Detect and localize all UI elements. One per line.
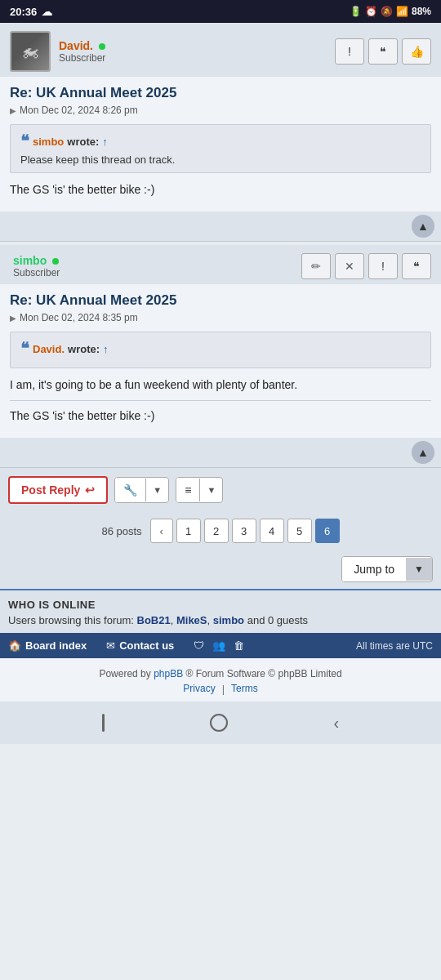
utc-label: All times are UTC [356,640,433,652]
quote-block-david: ❝ simbo wrote: ↑ Please keep this thread… [10,124,431,173]
terms-link[interactable]: Terms [231,683,258,695]
trash-nav[interactable]: 🗑 [234,639,244,652]
cloud-icon: ☁ [42,6,52,18]
shield-nav[interactable]: 🛡 [194,639,204,652]
shield-icon: 🛡 [194,639,204,652]
simbo-bottom: The GS 'is' the better bike :-) [10,408,431,425]
posts-count: 86 posts [101,525,141,537]
post-simbo: simbo Subscriber ✏ ✕ ! ❝ Re: UK Annual M… [0,245,441,468]
post-title-david: Re: UK Annual Meet 2025 [10,85,431,101]
online-indicator-david [99,43,105,50]
android-nav-bar: ‹ [0,702,441,744]
footer-bottom: Powered by phpBB ® Forum Software © phpB… [0,658,441,702]
user-info-david: David. Subscriber [59,39,327,64]
avatar-david: 🏍 [10,31,51,72]
david-body: The GS 'is' the better bike :-) [10,181,431,198]
phpbb-link[interactable]: phpBB [154,668,183,679]
user-info-simbo: simbo Subscriber [10,254,293,278]
page-2-button[interactable]: 2 [204,519,229,543]
post-actions-david: ! ❝ 👍 [335,38,431,65]
trash-icon: 🗑 [234,639,244,652]
jump-to-arrow[interactable]: ▼ [406,558,432,581]
page-4-button[interactable]: 4 [260,519,284,543]
battery-icon: 🔋 [350,6,362,17]
link-separator: | [222,683,225,695]
who-user-2: MikeS [176,614,207,626]
android-back-button[interactable]: ‹ [334,714,340,733]
tools-group-1: 🔧 ▼ [114,477,169,503]
alarm-icon: ⏰ [365,6,377,17]
home-icon: 🏠 [8,639,21,652]
scroll-up-button-david[interactable]: ▲ [412,215,434,238]
tools-sort-button[interactable]: ≡ [176,478,199,502]
quote-button-simbo[interactable]: ❝ [402,253,431,279]
post-reply-icon: ↩ [85,483,95,497]
post-header-simbo: simbo Subscriber ✏ ✕ ! ❝ [0,245,441,284]
status-bar: 20:36 ☁ 🔋 ⏰ 🔕 📶 88% [0,0,441,23]
post-david: 🏍 David. Subscriber ! ❝ 👍 Re: UK Annual … [0,23,441,242]
like-button-david[interactable]: 👍 [402,38,431,65]
username-simbo: simbo [13,254,47,267]
mail-icon: ✉ [106,639,115,652]
tools-wrench-button[interactable]: 🔧 [115,478,145,502]
edit-button-simbo[interactable]: ✏ [301,253,331,279]
post-icon-david: ▶ [10,106,16,115]
footer-nav: 🏠 Board index ✉ Contact us 🛡 👥 🗑 All tim… [0,633,441,658]
who-user-3: simbo [213,614,244,626]
page-3-button[interactable]: 3 [232,519,256,543]
tools-group-2: ≡ ▼ [176,477,223,503]
users-icon: 👥 [212,639,225,652]
users-nav[interactable]: 👥 [212,639,225,652]
scroll-up-button-simbo[interactable]: ▲ [412,441,434,464]
quote-author-simbo: David. [33,343,65,355]
report-button-david[interactable]: ! [335,38,364,65]
board-index-nav[interactable]: 🏠 Board index [8,639,87,652]
quote-text-david: Please keep this thread on track. [20,154,421,166]
scroll-up-row-simbo: ▲ [0,438,441,467]
quote-header-simbo: ❝ David. wrote: ↑ [20,339,421,359]
post-reply-button[interactable]: Post Reply ↩ [8,476,108,504]
toolbar-row: Post Reply ↩ 🔧 ▼ ≡ ▼ [0,468,441,512]
post-timestamp-david: ▶ Mon Dec 02, 2024 8:26 pm [10,105,431,116]
mute-icon: 🔕 [381,6,393,17]
android-recent-button[interactable] [102,714,105,732]
post-actions-simbo: ✏ ✕ ! ❝ [301,253,431,279]
privacy-link[interactable]: Privacy [183,683,215,695]
jump-to-row: Jump to ▼ [0,550,441,589]
who-user-1: BoB21 [137,614,171,626]
page-5-button[interactable]: 5 [287,519,312,543]
report-button-simbo[interactable]: ! [368,253,398,279]
post-title-simbo: Re: UK Annual Meet 2025 [10,292,431,309]
post-reply-label: Post Reply [21,483,80,497]
delete-button-simbo[interactable]: ✕ [335,253,364,279]
scroll-up-row-david: ▲ [0,212,441,241]
quote-button-david[interactable]: ❝ [368,38,398,65]
contact-us-label: Contact us [119,639,174,652]
username-david: David. [59,39,93,52]
jump-to-label: Jump to [342,557,406,581]
post-content-simbo: Re: UK Annual Meet 2025 ▶ Mon Dec 02, 20… [0,284,441,438]
powered-by-text: Powered by phpBB ® Forum Software © phpB… [8,668,433,679]
footer-links: Privacy | Terms [8,683,433,695]
android-home-button[interactable] [210,714,228,732]
who-is-online-section: WHO IS ONLINE Users browsing this forum:… [0,589,441,633]
who-is-online-text: Users browsing this forum: BoB21, MikeS,… [8,614,433,626]
contact-us-nav[interactable]: ✉ Contact us [106,639,174,652]
tools-dropdown-arrow[interactable]: ▼ [146,479,168,501]
post-timestamp-simbo: ▶ Mon Dec 02, 2024 8:35 pm [10,312,431,323]
simbo-body: I am, it's going to be a fun weekend wit… [10,376,431,394]
user-role-david: Subscriber [59,52,327,64]
quote-header-david: ❝ simbo wrote: ↑ [20,131,421,151]
user-role-simbo: Subscriber [13,267,293,278]
board-index-label: Board index [25,639,87,652]
tools-sort-arrow[interactable]: ▼ [200,479,222,501]
page-1-button[interactable]: 1 [176,519,201,543]
page-prev-button[interactable]: ‹ [150,519,173,543]
quote-block-simbo: ❝ David. wrote: ↑ [10,332,431,368]
post-content-david: Re: UK Annual Meet 2025 ▶ Mon Dec 02, 20… [0,77,441,212]
who-is-online-title: WHO IS ONLINE [8,599,433,611]
quote-author-name: simbo [33,136,64,148]
page-6-button[interactable]: 6 [315,519,340,543]
battery-percent: 88% [412,6,431,17]
jump-to-control: Jump to ▼ [341,556,433,582]
